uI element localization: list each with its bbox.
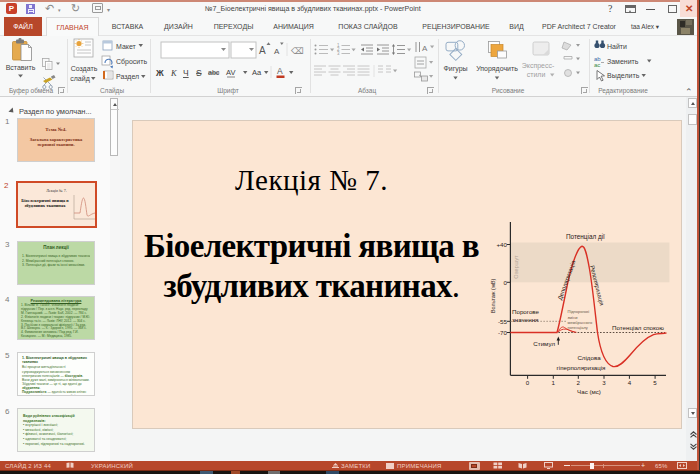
svg-text:Потенціал спокою: Потенціал спокою	[612, 324, 664, 331]
svg-text:Сбросить: Сбросить	[116, 58, 147, 66]
svg-text:A: A	[274, 47, 280, 56]
svg-text:ac: ac	[594, 62, 600, 68]
svg-text:Aa: Aa	[252, 68, 262, 77]
svg-text:Создать: Создать	[71, 65, 98, 73]
svg-text:AV: AV	[226, 68, 235, 77]
svg-text:⌫: ⌫	[290, 46, 304, 56]
svg-text:Фигуры: Фигуры	[443, 65, 467, 73]
svg-text:Потенціал дії: Потенціал дії	[566, 233, 605, 241]
svg-text:A: A	[422, 44, 428, 53]
svg-text:Вставить: Вставить	[6, 64, 36, 71]
svg-text:S: S	[196, 68, 202, 78]
svg-text:зміни: зміни	[568, 315, 578, 320]
svg-text:Ж: Ж	[155, 68, 164, 78]
svg-text:-55: -55	[498, 318, 508, 325]
svg-text:Выделить: Выделить	[607, 72, 640, 80]
svg-text:3: 3	[602, 379, 606, 386]
svg-text:Заменить: Заменить	[607, 58, 639, 65]
svg-text:стили: стили	[527, 71, 546, 78]
svg-text:-70: -70	[498, 329, 508, 336]
svg-text:гіперполяризація: гіперполяризація	[557, 364, 606, 371]
svg-text:0: 0	[504, 279, 508, 286]
svg-text:Раздел: Раздел	[116, 73, 139, 81]
svg-text:К: К	[170, 68, 178, 78]
svg-text:Овершут: Овершут	[513, 255, 519, 279]
svg-text:Час (мс): Час (мс)	[577, 388, 601, 395]
svg-text:abc: abc	[208, 69, 220, 76]
svg-text:Підпорогові: Підпорогові	[568, 309, 590, 314]
svg-text:значення: значення	[512, 316, 538, 323]
svg-text:Упорядочить: Упорядочить	[476, 65, 518, 73]
svg-text:Ч: Ч	[183, 68, 189, 78]
svg-text:потенціалу: потенціалу	[568, 325, 588, 330]
svg-text:3: 3	[337, 51, 340, 56]
svg-text:Слідова: Слідова	[577, 354, 601, 361]
svg-text:0: 0	[526, 379, 530, 386]
svg-text:Экспресс-: Экспресс-	[522, 62, 555, 70]
svg-text:слайд: слайд	[70, 75, 89, 83]
svg-text:Порогове: Порогове	[512, 308, 540, 315]
svg-text:Найти: Найти	[607, 43, 627, 50]
svg-text:4: 4	[628, 379, 632, 386]
svg-text:A: A	[259, 45, 266, 56]
svg-text:2: 2	[577, 379, 581, 386]
svg-text:+40: +40	[497, 241, 508, 248]
svg-text:Макет: Макет	[116, 43, 137, 50]
svg-text:1: 1	[552, 379, 556, 386]
svg-text:5: 5	[653, 379, 657, 386]
svg-text:А: А	[277, 66, 283, 76]
svg-text:Стимул: Стимул	[533, 340, 555, 347]
svg-text:Вольтаж (мВ): Вольтаж (мВ)	[490, 279, 496, 314]
